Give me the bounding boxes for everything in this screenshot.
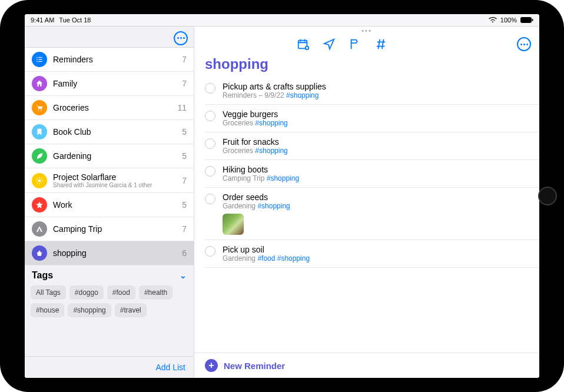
home-button[interactable] — [538, 187, 557, 205]
svg-line-15 — [37, 178, 38, 178]
lists-container: Reminders7Family7Groceries11Book Club5Ga… — [25, 48, 194, 265]
cart-icon — [32, 100, 47, 115]
list-name: Project Solarflare — [53, 172, 176, 182]
sidebar-list-work[interactable]: Work5 — [25, 193, 194, 217]
chevron-down-icon: ⌄ — [180, 271, 187, 280]
list-count: 7 — [182, 176, 187, 185]
sidebar-list-book-club[interactable]: Book Club5 — [25, 120, 194, 144]
home-icon — [32, 76, 47, 91]
tag-chip[interactable]: #health — [139, 285, 172, 300]
svg-rect-7 — [38, 61, 42, 62]
reminder-row[interactable]: Hiking bootsCamping Trip #shopping — [205, 160, 539, 188]
tags-header[interactable]: Tags ⌄ — [25, 265, 194, 283]
battery-percent: 100% — [500, 16, 517, 24]
list-name: Camping Trip — [53, 224, 176, 234]
attachment-thumbnail[interactable] — [223, 214, 244, 235]
complete-toggle[interactable] — [205, 166, 215, 177]
status-bar: 9:41 AM Tue Oct 18 100% — [25, 14, 539, 26]
svg-point-6 — [37, 61, 38, 62]
status-time: 9:41 AM — [31, 16, 54, 24]
reminder-row[interactable]: Pick up soilGardening #food #shopping — [205, 240, 539, 268]
status-date: Tue Oct 18 — [59, 16, 91, 24]
sidebar-list-camping-trip[interactable]: Camping Trip7 — [25, 217, 194, 241]
svg-point-4 — [37, 59, 38, 60]
tag-chip[interactable]: #travel — [115, 303, 147, 317]
reminder-title: Pickup arts & crafts supplies — [223, 82, 533, 91]
new-reminder-button[interactable]: + New Reminder — [194, 353, 539, 378]
svg-rect-5 — [38, 59, 42, 59]
complete-toggle[interactable] — [205, 138, 215, 149]
location-icon[interactable] — [323, 38, 336, 51]
sidebar: Reminders7Family7Groceries11Book Club5Ga… — [25, 26, 194, 378]
list-count: 7 — [182, 55, 187, 64]
reminder-subtitle: Groceries #shopping — [223, 119, 533, 127]
complete-toggle[interactable] — [205, 246, 215, 257]
svg-rect-1 — [532, 19, 533, 21]
plus-circle-icon: + — [205, 359, 218, 372]
sidebar-list-family[interactable]: Family7 — [25, 72, 194, 96]
svg-rect-0 — [521, 18, 532, 23]
svg-line-29 — [378, 39, 380, 49]
reminder-row[interactable]: Fruit for snacksGroceries #shopping — [205, 132, 539, 160]
ipad-device-frame: 9:41 AM Tue Oct 18 100% — [0, 0, 564, 392]
complete-toggle[interactable] — [205, 194, 215, 204]
svg-line-30 — [382, 39, 384, 49]
grab-handle-icon[interactable]: ••• — [361, 27, 372, 34]
flag-icon[interactable] — [349, 38, 361, 51]
main-more-button[interactable] — [517, 37, 531, 51]
list-name: Book Club — [53, 127, 176, 137]
tag-chip[interactable]: #house — [31, 303, 64, 317]
reminder-row[interactable]: Veggie burgersGroceries #shopping — [205, 105, 539, 132]
svg-line-17 — [41, 178, 42, 178]
sidebar-list-project-solarflare[interactable]: Project SolarflareShared with Jasmine Ga… — [25, 168, 194, 193]
sidebar-list-reminders[interactable]: Reminders7 — [25, 48, 194, 72]
reminder-title: Order seeds — [223, 192, 533, 202]
svg-line-18 — [37, 182, 38, 182]
page-title: shopping — [194, 54, 539, 77]
calendar-add-icon[interactable] — [297, 38, 310, 51]
svg-point-8 — [38, 110, 39, 111]
svg-line-16 — [41, 182, 42, 182]
reminder-subtitle: Groceries #shopping — [223, 147, 533, 155]
tags-title: Tags — [32, 270, 53, 281]
complete-toggle[interactable] — [205, 83, 215, 94]
reminder-subtitle: Gardening #shopping — [223, 202, 533, 210]
tag-chip[interactable]: #doggo — [69, 285, 104, 300]
wifi-icon — [489, 17, 497, 23]
leaf-icon — [32, 148, 47, 164]
reminder-subtitle: Gardening #food #shopping — [223, 254, 533, 263]
tags-container: All Tags#doggo#food#health#house#shoppin… — [25, 283, 194, 323]
svg-point-10 — [38, 179, 41, 182]
tag-chip[interactable]: #food — [107, 285, 135, 300]
battery-icon — [520, 17, 533, 23]
sidebar-list-gardening[interactable]: Gardening5 — [25, 144, 194, 168]
sidebar-list-groceries[interactable]: Groceries11 — [25, 96, 194, 120]
reminder-title: Pick up soil — [223, 245, 533, 254]
list-name: shopping — [53, 248, 176, 258]
list-count: 5 — [182, 127, 187, 137]
hashtag-icon[interactable] — [374, 38, 387, 51]
basket-icon — [32, 245, 47, 261]
screen: 9:41 AM Tue Oct 18 100% — [25, 14, 539, 378]
svg-rect-3 — [38, 57, 42, 58]
main-panel: ••• — [194, 26, 539, 378]
new-reminder-label: New Reminder — [224, 361, 285, 371]
complete-toggle[interactable] — [205, 111, 215, 121]
reminder-row[interactable]: Pickup arts & crafts suppliesReminders –… — [205, 77, 539, 105]
svg-point-2 — [37, 57, 38, 58]
reminder-row[interactable]: Order seedsGardening #shopping — [205, 188, 539, 240]
reminder-title: Hiking boots — [223, 165, 533, 174]
list-count: 6 — [182, 248, 187, 258]
list-name: Reminders — [53, 55, 176, 64]
tag-chip[interactable]: All Tags — [31, 285, 66, 300]
sun-icon — [32, 173, 47, 188]
reminder-subtitle: Camping Trip #shopping — [223, 174, 533, 182]
list-subtitle: Shared with Jasmine Garcia & 1 other — [53, 182, 176, 188]
svg-point-9 — [41, 110, 42, 111]
tag-chip[interactable]: #shopping — [68, 303, 111, 317]
list-count: 7 — [182, 79, 187, 88]
add-list-button[interactable]: Add List — [155, 363, 185, 372]
list-name: Work — [53, 200, 176, 210]
sidebar-more-button[interactable] — [174, 31, 188, 45]
sidebar-list-shopping[interactable]: shopping6 — [25, 241, 194, 265]
